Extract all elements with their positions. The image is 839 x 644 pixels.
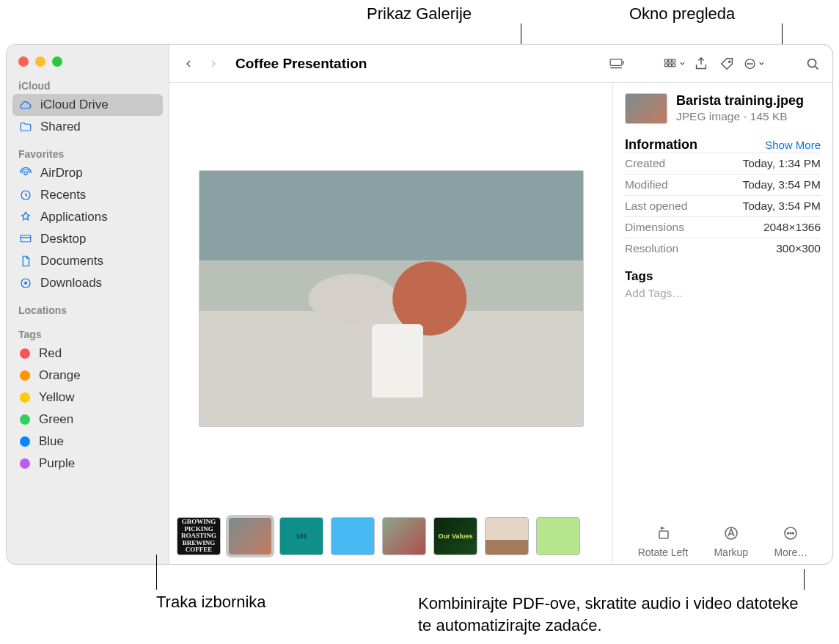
- svg-rect-7: [673, 59, 675, 62]
- svg-rect-6: [669, 59, 672, 62]
- svg-point-15: [752, 63, 752, 64]
- callout-preview-pane: Okno pregleda: [629, 4, 735, 23]
- tag-dot-icon: [20, 414, 30, 425]
- sidebar-tag-blue[interactable]: Blue: [7, 431, 169, 453]
- thumbnail[interactable]: 101: [279, 517, 323, 555]
- sidebar-item-label: Orange: [39, 368, 81, 383]
- thumbnail-strip: GROWING PICKING ROASTING BREWING COFFEE …: [169, 514, 612, 564]
- close-window-button[interactable]: [18, 56, 29, 67]
- sidebar: iCloud iCloud Drive Shared Favorites Air…: [7, 45, 169, 564]
- markup-button[interactable]: Markup: [714, 523, 748, 558]
- sidebar-tag-yellow[interactable]: Yellow: [7, 387, 169, 409]
- tags-header: Tags: [625, 269, 821, 284]
- more-icon: [780, 523, 801, 544]
- callout-line: [804, 569, 805, 590]
- sidebar-item-label: Red: [39, 346, 62, 361]
- info-row-last-opened: Last opened Today, 3:54 PM: [625, 195, 821, 216]
- rotate-left-icon: [653, 523, 673, 544]
- clock-icon: [18, 188, 33, 202]
- info-value: 300×300: [776, 242, 821, 255]
- folder-shared-icon: [18, 120, 33, 134]
- info-row-created: Created Today, 1:34 PM: [625, 153, 821, 174]
- sidebar-item-airdrop[interactable]: AirDrop: [7, 162, 169, 184]
- sidebar-item-recents[interactable]: Recents: [7, 184, 169, 206]
- show-more-link[interactable]: Show More: [765, 139, 821, 151]
- document-icon: [18, 254, 33, 268]
- forward-button[interactable]: [203, 54, 224, 74]
- preview-file-header: Barista training.jpeg JPEG image - 145 K…: [625, 93, 821, 124]
- sidebar-tag-red[interactable]: Red: [7, 343, 169, 365]
- sidebar-item-desktop[interactable]: Desktop: [7, 228, 169, 250]
- quick-action-label: Rotate Left: [638, 546, 689, 558]
- preview-pane: Barista training.jpeg JPEG image - 145 K…: [612, 83, 832, 564]
- svg-rect-4: [610, 59, 622, 65]
- callout-gallery-view: Prikaz Galerije: [367, 4, 472, 23]
- sidebar-item-label: Documents: [40, 254, 103, 268]
- thumbnail-label: 101: [296, 533, 307, 540]
- svg-point-22: [793, 533, 794, 534]
- rotate-left-button[interactable]: Rotate Left: [638, 523, 689, 558]
- sidebar-item-label: Shared: [40, 120, 81, 134]
- sidebar-item-documents[interactable]: Documents: [7, 250, 169, 272]
- tags-button[interactable]: [717, 53, 739, 75]
- group-by-button[interactable]: [664, 53, 686, 75]
- svg-point-21: [790, 533, 791, 534]
- back-button[interactable]: [178, 54, 199, 74]
- info-value: Today, 1:34 PM: [742, 157, 821, 170]
- sidebar-item-label: Blue: [39, 434, 64, 449]
- gallery-view-button[interactable]: [605, 53, 627, 75]
- search-button[interactable]: [802, 53, 824, 75]
- add-tags-field[interactable]: Add Tags…: [625, 287, 821, 300]
- zoom-window-button[interactable]: [52, 56, 62, 67]
- main-area: Coffee Presentation: [169, 45, 832, 564]
- thumbnail[interactable]: [382, 517, 426, 555]
- sidebar-item-shared[interactable]: Shared: [7, 116, 169, 138]
- svg-point-16: [808, 59, 816, 67]
- hero-image[interactable]: [199, 170, 584, 427]
- sidebar-item-label: Downloads: [40, 276, 102, 290]
- toolbar: Coffee Presentation: [169, 45, 832, 83]
- sidebar-item-label: Purple: [39, 456, 75, 471]
- sidebar-item-downloads[interactable]: Downloads: [7, 272, 169, 294]
- thumbnail-folder[interactable]: [331, 517, 375, 555]
- thumbnail[interactable]: [485, 517, 529, 555]
- sidebar-section-locations: Locations: [7, 301, 169, 318]
- svg-point-14: [750, 63, 750, 64]
- sidebar-item-label: Recents: [40, 188, 86, 202]
- window-controls: [7, 52, 169, 77]
- info-key: Created: [625, 157, 665, 170]
- tag-dot-icon: [20, 370, 30, 381]
- sidebar-section-icloud: iCloud: [7, 77, 169, 94]
- sidebar-item-label: Desktop: [40, 232, 86, 246]
- sidebar-item-applications[interactable]: Applications: [7, 206, 169, 228]
- more-actions-button[interactable]: [743, 53, 765, 75]
- sidebar-tag-purple[interactable]: Purple: [7, 453, 169, 475]
- svg-rect-5: [664, 59, 667, 62]
- svg-rect-2: [21, 235, 31, 242]
- thumbnail-selected[interactable]: [228, 517, 272, 555]
- thumbnail[interactable]: Our Values: [433, 517, 477, 555]
- callout-thumb-strip: Traka izbornika: [156, 593, 266, 612]
- sidebar-section-favorites: Favorites: [7, 145, 169, 162]
- sidebar-tag-green[interactable]: Green: [7, 409, 169, 431]
- callout-line: [156, 555, 157, 590]
- thumbnail[interactable]: [536, 517, 580, 555]
- sidebar-tag-orange[interactable]: Orange: [7, 365, 169, 387]
- tag-dot-icon: [20, 392, 30, 403]
- share-button[interactable]: [690, 53, 712, 75]
- sidebar-item-icloud-drive[interactable]: iCloud Drive: [12, 94, 163, 116]
- finder-window: iCloud iCloud Drive Shared Favorites Air…: [6, 44, 833, 565]
- svg-point-11: [729, 61, 730, 62]
- thumbnail[interactable]: GROWING PICKING ROASTING BREWING COFFEE: [177, 517, 221, 555]
- svg-rect-9: [669, 64, 672, 67]
- info-key: Dimensions: [625, 221, 684, 234]
- info-value: 2048×1366: [763, 221, 821, 234]
- svg-rect-10: [673, 64, 675, 67]
- preview-file-name: Barista training.jpeg: [676, 93, 804, 109]
- info-key: Modified: [625, 178, 668, 191]
- quick-action-label: Markup: [714, 546, 748, 558]
- minimize-window-button[interactable]: [35, 56, 45, 67]
- more-quick-actions-button[interactable]: More…: [774, 523, 807, 558]
- preview-thumbnail-icon: [625, 93, 667, 124]
- thumbnail-label: Our Values: [438, 533, 472, 540]
